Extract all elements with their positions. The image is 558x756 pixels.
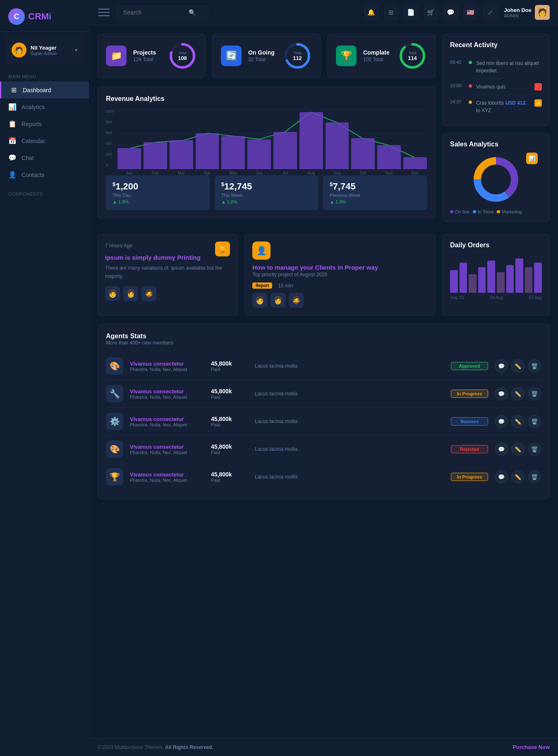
agent-status-5: In Progress: [451, 473, 488, 481]
rev-day: $1,200 This Day 1.8%: [106, 175, 210, 210]
agent-delete-btn-4[interactable]: 🗑️: [528, 443, 541, 456]
task-avatar-1: 🧑: [252, 293, 267, 308]
cart-button[interactable]: 🛒: [424, 5, 438, 19]
agent-icon-5: 🏆: [106, 468, 123, 486]
agent-location-2: Lacus lacinia mollis: [255, 391, 444, 397]
rev-prevweek-change: 1.8%: [330, 199, 420, 204]
o-bar-10: [534, 263, 542, 293]
user-header-info: Johen Doe ADMIN: [504, 7, 532, 18]
o-bar-2: [460, 263, 467, 293]
ongoing-value: Total 112: [293, 51, 302, 61]
notifications-button[interactable]: 🔔: [364, 5, 378, 19]
search-box[interactable]: 🔍: [117, 6, 208, 19]
agent-edit-btn-3[interactable]: ✏️: [511, 415, 524, 428]
bottom-row: 7 Hours Ago 🏆 Ipsum is simply dummy Prin…: [97, 234, 550, 316]
user-profile[interactable]: 🧑 Nil Yeager Super Admin ▾: [5, 37, 84, 63]
agent-chat-btn-1[interactable]: 💬: [495, 359, 508, 373]
legend-online: On line: [450, 209, 469, 214]
task-sub: Top priority project of August 2020: [252, 272, 428, 278]
o-bar-6: [497, 272, 505, 293]
task-avatar-2: 👩: [271, 293, 285, 308]
sidebar-item-calendar[interactable]: 📅 Calendar: [0, 132, 89, 149]
logo-icon: C: [8, 8, 25, 25]
agent-edit-btn-2[interactable]: ✏️: [511, 387, 524, 400]
activity-title: Recent Activity: [450, 41, 542, 49]
purchase-now-link[interactable]: Purchase Now: [512, 744, 550, 750]
sidebar-item-reports[interactable]: 📋 Reports: [0, 115, 89, 132]
news-avatar-3: 🧔: [141, 286, 156, 301]
agent-edit-btn-5[interactable]: ✏️: [511, 470, 524, 483]
label-apr: Apr: [196, 171, 219, 175]
projects-sub: 124 Total: [133, 57, 161, 62]
reports-icon: 📋: [8, 120, 17, 128]
bar-nov: [377, 145, 401, 169]
activity-dot-1: [469, 61, 472, 64]
chat-header-button[interactable]: 💬: [444, 5, 458, 19]
search-input[interactable]: [123, 9, 185, 16]
user-header: Johen Doe ADMIN 🧑: [504, 5, 550, 20]
agent-amount-label-2: Paid: [211, 395, 248, 400]
sidebar-item-dashboard[interactable]: ⊞ Dashboard: [0, 81, 89, 98]
rev-prevweek: $7,745 Previous Week 1.8%: [323, 175, 427, 210]
legend-dot-online: [450, 210, 453, 213]
legend-label-online: On line: [455, 209, 469, 214]
file-button[interactable]: 📄: [404, 5, 418, 19]
agent-delete-btn-1[interactable]: 🗑️: [528, 359, 541, 373]
agent-amount-4: 45,800k Paid: [211, 443, 248, 455]
agent-chat-btn-5[interactable]: 💬: [495, 470, 508, 483]
task-card: 👤 How to manage your Clients in Proper w…: [244, 234, 436, 316]
agent-delete-btn-2[interactable]: 🗑️: [528, 387, 541, 400]
agent-delete-btn-3[interactable]: 🗑️: [528, 415, 541, 428]
agent-amount-label-3: Paid: [211, 422, 248, 427]
task-header: 👤: [252, 242, 428, 260]
stat-card-complete: 🏆 Complate 102 Total: [327, 33, 436, 78]
grid-button[interactable]: ⊞: [384, 5, 398, 19]
agent-tags-2: Pharetra, Nulla, Nec, Aliquet: [130, 395, 204, 400]
o-bar-4: [478, 267, 486, 293]
sidebar-item-contacts[interactable]: 👤 Contacts: [0, 166, 89, 183]
sidebar-item-chat[interactable]: 💬 Chat: [0, 149, 89, 166]
complete-info: Complate 102 Total: [363, 49, 391, 62]
agent-status-2: In Progress: [451, 390, 488, 398]
sidebar: C CRMi 🧑 Nil Yeager Super Admin ▾ Main M…: [0, 0, 89, 756]
activity-time-1: 08:42: [450, 60, 465, 65]
agent-tags-3: Pharetra, Nulla, Nec, Aliquet: [130, 422, 204, 427]
projects-value: Total 108: [178, 51, 187, 61]
sidebar-item-analytics[interactable]: 📊 Analytics: [0, 98, 89, 115]
main-col: 📁 Projects 124 Total: [97, 33, 436, 225]
orders-title: Daily Orders: [450, 242, 542, 249]
rev-prevweek-period: Previous Week: [330, 193, 420, 198]
avatar: 🧑: [12, 43, 26, 57]
activity-badge-2: 🔴: [534, 83, 542, 91]
agent-edit-btn-1[interactable]: ✏️: [511, 359, 524, 373]
agent-amount-val-1: 45,800k: [211, 360, 248, 367]
agent-tags-5: Pharetra, Nulla, Nec, Aliquet: [130, 478, 204, 483]
orders-x-labels: Aug '21 04 Aug 07 Aug: [450, 295, 542, 300]
ongoing-info: On Going 32 Total: [248, 49, 276, 62]
revenue-bars: [117, 109, 427, 169]
agent-name-2: Vivamus consectetur: [130, 388, 204, 395]
agent-chat-btn-4[interactable]: 💬: [495, 443, 508, 456]
user-header-avatar: 🧑: [535, 5, 550, 20]
task-duration: 15 min: [278, 283, 293, 289]
o-bar-3: [469, 274, 477, 293]
legend-marketing: Marketing: [497, 209, 522, 214]
orders-label-3: 07 Aug: [529, 295, 542, 300]
chart-x-labels: Jan Feb Mar Apr May Jun Jul Aug Sep: [117, 171, 427, 175]
task-badge: Report: [252, 282, 272, 289]
agent-amount-2: 45,800k Paid: [211, 388, 248, 400]
analytics-icon: 📊: [8, 103, 17, 111]
language-button[interactable]: 🇺🇸: [464, 5, 478, 19]
agent-amount-1: 45,800k Paid: [211, 360, 248, 372]
fullscreen-button[interactable]: ⤢: [484, 5, 498, 19]
agent-edit-btn-4[interactable]: ✏️: [511, 443, 524, 456]
menu-toggle-button[interactable]: [97, 7, 110, 18]
agent-delete-btn-5[interactable]: 🗑️: [528, 470, 541, 483]
agent-chat-btn-3[interactable]: 💬: [495, 415, 508, 428]
o-bar-8: [515, 258, 523, 293]
orders-label-2: 04 Aug: [490, 295, 503, 300]
activity-item-2: 10:00 Vivamus quis 🔴: [450, 79, 542, 95]
agent-actions-5: 💬 ✏️ 🗑️: [495, 470, 541, 483]
agent-chat-btn-2[interactable]: 💬: [495, 387, 508, 400]
agent-status-3: Success: [451, 417, 488, 426]
